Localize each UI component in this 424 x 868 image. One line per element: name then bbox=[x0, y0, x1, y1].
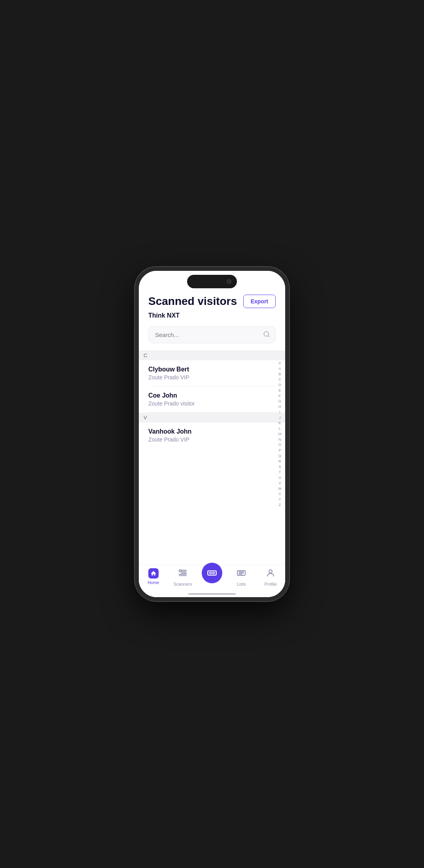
search-container bbox=[148, 326, 276, 343]
alpha-letter-e[interactable]: E bbox=[277, 388, 282, 393]
main-content: Scanned visitors Export Think NXT C bbox=[139, 271, 285, 565]
alpha-letter-j[interactable]: J bbox=[278, 415, 282, 421]
bottom-indicator bbox=[188, 593, 236, 595]
visitor-tag: Zoute Prado VIP bbox=[148, 436, 276, 443]
visitor-name: Coe John bbox=[148, 392, 276, 399]
visitor-tag: Zoute Prado VIP bbox=[148, 374, 276, 381]
alpha-letter-n[interactable]: N bbox=[277, 437, 282, 442]
alpha-letter-hash[interactable]: # bbox=[278, 360, 282, 366]
lists-icon bbox=[237, 568, 246, 580]
scan-fab-button[interactable] bbox=[202, 563, 222, 583]
svg-rect-2 bbox=[179, 570, 181, 572]
visitor-name: Vanhook John bbox=[148, 428, 276, 435]
phone-frame: Scanned visitors Export Think NXT C bbox=[135, 267, 289, 601]
nav-item-scan-fab[interactable] bbox=[197, 568, 227, 585]
alpha-letter-u[interactable]: U bbox=[277, 475, 282, 480]
visitor-name: Clybouw Bert bbox=[148, 366, 276, 373]
alpha-letter-g[interactable]: G bbox=[277, 399, 282, 404]
alpha-letter-l[interactable]: L bbox=[278, 426, 282, 431]
alpha-letter-c[interactable]: C bbox=[277, 377, 282, 382]
alpha-letter-t[interactable]: T bbox=[278, 469, 282, 475]
home-icon bbox=[148, 568, 159, 579]
alpha-letter-i[interactable]: I bbox=[278, 409, 282, 415]
alpha-index: # A B C D E F G H I J K L M N O P Q R S … bbox=[277, 360, 283, 508]
alpha-letter-a[interactable]: A bbox=[277, 366, 282, 371]
notch bbox=[187, 275, 237, 288]
alpha-letter-x[interactable]: X bbox=[277, 491, 282, 497]
screen: Scanned visitors Export Think NXT C bbox=[139, 271, 285, 597]
bottom-nav: Home Scanners bbox=[139, 565, 285, 597]
alpha-letter-k[interactable]: K bbox=[277, 421, 282, 426]
visitor-tag: Zoute Prado visitor bbox=[148, 400, 276, 407]
nav-label-profile: Profile bbox=[264, 582, 276, 586]
nav-label-scanners: Scanners bbox=[174, 582, 192, 586]
list-item[interactable]: Coe John Zoute Prado visitor bbox=[148, 386, 276, 413]
alpha-letter-d[interactable]: D bbox=[277, 382, 282, 388]
svg-line-1 bbox=[268, 335, 269, 337]
nav-label-lists: Lists bbox=[237, 582, 246, 586]
visitor-list: C Clybouw Bert Zoute Prado VIP Coe John … bbox=[148, 350, 276, 448]
section-header-c: C bbox=[139, 350, 285, 360]
list-item[interactable]: Vanhook John Zoute Prado VIP bbox=[148, 423, 276, 448]
search-input[interactable] bbox=[148, 326, 276, 343]
alpha-letter-q[interactable]: Q bbox=[277, 453, 282, 459]
alpha-letter-o[interactable]: O bbox=[277, 442, 282, 448]
search-icon bbox=[263, 331, 270, 339]
export-button[interactable]: Export bbox=[243, 295, 276, 308]
header: Scanned visitors Export bbox=[148, 295, 276, 308]
nav-item-profile[interactable]: Profile bbox=[256, 568, 285, 586]
notch-camera bbox=[227, 279, 231, 284]
alpha-letter-f[interactable]: F bbox=[278, 393, 282, 399]
profile-icon bbox=[266, 568, 275, 580]
alpha-letter-p[interactable]: P bbox=[277, 447, 282, 453]
nav-item-lists[interactable]: Lists bbox=[227, 568, 256, 586]
alpha-letter-z[interactable]: Z bbox=[278, 502, 282, 508]
section-header-v: V bbox=[139, 413, 285, 423]
alpha-letter-m[interactable]: M bbox=[277, 431, 283, 437]
alpha-letter-y[interactable]: Y bbox=[277, 497, 282, 502]
alpha-letter-h[interactable]: H bbox=[277, 404, 282, 409]
svg-point-18 bbox=[269, 570, 272, 573]
event-name: Think NXT bbox=[148, 312, 276, 319]
alpha-letter-w[interactable]: W bbox=[277, 486, 283, 491]
alpha-letter-r[interactable]: R bbox=[277, 459, 282, 464]
alpha-letter-s[interactable]: S bbox=[277, 464, 282, 470]
nav-label-home: Home bbox=[148, 580, 159, 585]
alpha-letter-b[interactable]: B bbox=[277, 371, 282, 377]
nav-item-scanners[interactable]: Scanners bbox=[168, 568, 197, 586]
nav-item-home[interactable]: Home bbox=[139, 568, 168, 585]
alpha-letter-v[interactable]: V bbox=[277, 480, 282, 486]
page-title: Scanned visitors bbox=[148, 295, 237, 308]
list-item[interactable]: Clybouw Bert Zoute Prado VIP bbox=[148, 360, 276, 386]
scanners-icon bbox=[178, 568, 187, 580]
